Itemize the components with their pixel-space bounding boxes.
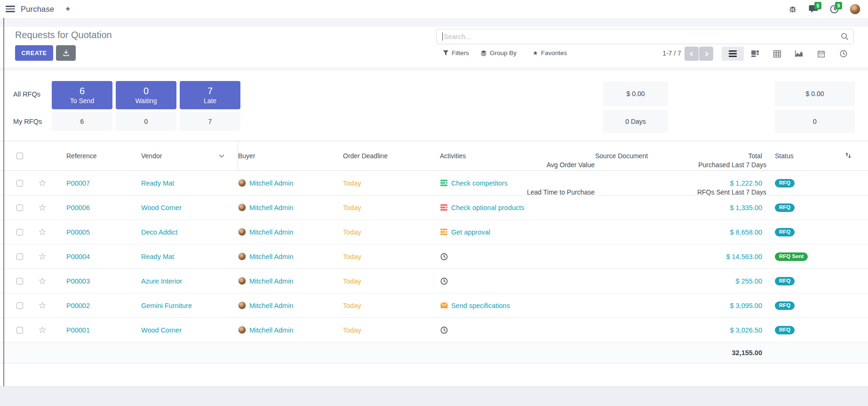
my-rfqs-label: My RFQs [13, 118, 42, 125]
rfq-reference[interactable]: P00004 [54, 253, 141, 260]
buyer-name[interactable]: Mitchell Admin [249, 302, 293, 309]
vendor-name[interactable]: Wood Corner [141, 204, 238, 211]
waiting-label: Waiting [135, 97, 157, 105]
graph-view-button[interactable] [788, 47, 810, 61]
buyer-name[interactable]: Mitchell Admin [249, 277, 293, 285]
kanban-view-button[interactable] [744, 47, 766, 61]
table-row[interactable]: ☆ P00004 Ready Mat Mitchell Admin Today … [0, 244, 868, 269]
calendar-view-button[interactable] [810, 47, 832, 61]
avg-order-value: $ 0.00 [603, 81, 668, 106]
favorite-star-icon[interactable]: ☆ [38, 178, 46, 188]
buyer-name[interactable]: Mitchell Admin [249, 228, 293, 236]
table-row[interactable]: ☆ P00006 Wood Corner Mitchell Admin Toda… [0, 195, 868, 220]
rfq-reference[interactable]: P00005 [54, 228, 141, 236]
clock-icon[interactable] [440, 277, 448, 285]
pager-next-button[interactable] [699, 47, 713, 61]
row-checkbox[interactable] [16, 253, 23, 260]
row-checkbox[interactable] [16, 229, 23, 235]
list-icon[interactable] [440, 203, 448, 211]
list-icon[interactable] [440, 228, 448, 236]
buyer-name[interactable]: Mitchell Admin [249, 253, 293, 260]
buyer-name[interactable]: Mitchell Admin [249, 204, 293, 211]
column-header-vendor[interactable]: Vendor [141, 141, 238, 171]
waiting-all-button[interactable]: 0 Waiting [116, 81, 176, 109]
pivot-view-button[interactable] [766, 47, 788, 61]
table-row[interactable]: ☆ P00005 Deco Addict Mitchell Admin Toda… [0, 220, 868, 244]
vendor-name[interactable]: Ready Mat [141, 253, 238, 260]
to-send-all-button[interactable]: 6 To Send [52, 81, 112, 109]
rfq-reference[interactable]: P00002 [54, 302, 141, 309]
apps-menu-icon[interactable] [6, 6, 15, 12]
select-all-checkbox[interactable] [16, 153, 23, 159]
rfq-reference[interactable]: P00006 [54, 204, 141, 211]
layers-icon [480, 50, 487, 57]
buyer-name[interactable]: Mitchell Admin [249, 179, 293, 187]
user-avatar[interactable] [850, 4, 860, 15]
column-header-reference[interactable]: Reference [54, 152, 141, 160]
list-icon[interactable] [440, 179, 448, 187]
row-checkbox[interactable] [16, 204, 23, 211]
export-button[interactable] [56, 45, 76, 61]
group-by-button[interactable]: Group By [480, 49, 517, 57]
table-row[interactable]: ☆ P00001 Wood Corner Mitchell Admin Toda… [0, 318, 868, 342]
row-checkbox[interactable] [16, 180, 23, 187]
favorite-star-icon[interactable]: ☆ [38, 276, 46, 286]
column-header-source-document[interactable]: Source Document [595, 152, 689, 160]
rfq-list: Reference Vendor Buyer Order Deadline Ac… [0, 141, 868, 363]
optional-columns-button[interactable] [840, 152, 868, 160]
rfq-reference[interactable]: P00007 [54, 179, 141, 187]
buyer-avatar [238, 228, 246, 236]
favorite-star-icon[interactable]: ☆ [38, 325, 46, 335]
activity-label[interactable]: Get approval [451, 228, 490, 236]
bottom-background-band [0, 386, 868, 406]
late-my-count[interactable]: 7 [180, 112, 240, 131]
row-checkbox[interactable] [16, 278, 23, 284]
column-header-total[interactable]: Total [689, 152, 762, 160]
buyer-name[interactable]: Mitchell Admin [249, 326, 293, 334]
create-button[interactable]: CREATE [15, 45, 53, 61]
row-checkbox[interactable] [16, 302, 23, 309]
rfq-reference[interactable]: P00001 [54, 326, 141, 334]
rfq-reference[interactable]: P00003 [54, 277, 141, 285]
column-header-order-deadline[interactable]: Order Deadline [343, 152, 440, 160]
total-amount: $ 14,563.00 [689, 253, 762, 260]
filters-button[interactable]: Filters [443, 49, 469, 57]
clock-icon[interactable] [440, 252, 448, 260]
activities-clock-icon[interactable]: 9 [829, 4, 839, 14]
activity-label[interactable]: Check competitors [451, 179, 508, 187]
favorite-star-icon[interactable]: ☆ [38, 300, 46, 310]
activity-label[interactable]: Send specifications [451, 302, 510, 309]
column-header-status[interactable]: Status [762, 152, 840, 160]
table-row[interactable]: ☆ P00003 Azure Interior Mitchell Admin T… [0, 269, 868, 293]
table-row[interactable]: ☆ P00002 Gemini Furniture Mitchell Admin… [0, 293, 868, 318]
activity-label[interactable]: Check optional products [451, 204, 525, 211]
column-header-buyer[interactable]: Buyer [238, 152, 343, 160]
list-view-button[interactable] [722, 47, 744, 61]
favorite-star-icon[interactable]: ☆ [38, 227, 46, 237]
vendor-name[interactable]: Deco Addict [141, 228, 238, 236]
favorite-star-icon[interactable]: ☆ [38, 252, 46, 261]
to-send-my-count[interactable]: 6 [52, 112, 112, 131]
vendor-name[interactable]: Ready Mat [141, 179, 238, 187]
clock-icon[interactable] [440, 326, 448, 334]
messages-count-badge: 5 [814, 2, 821, 9]
vendor-name[interactable]: Wood Corner [141, 326, 238, 334]
search-icon[interactable] [841, 32, 849, 41]
envelope-icon[interactable] [440, 301, 448, 309]
pager-previous-button[interactable] [685, 47, 699, 61]
favorite-star-icon[interactable]: ☆ [38, 203, 46, 212]
favorites-button[interactable]: ★ Favorites [533, 49, 567, 57]
search-input[interactable]: Search... [436, 29, 854, 44]
row-checkbox[interactable] [16, 327, 23, 333]
activity-view-button[interactable] [832, 47, 854, 61]
late-all-button[interactable]: 7 Late [180, 81, 240, 109]
add-window-icon[interactable]: + [65, 4, 70, 14]
current-app-name[interactable]: Purchase [21, 5, 54, 14]
messages-icon[interactable]: 5 [808, 4, 819, 14]
vendor-name[interactable]: Gemini Furniture [141, 302, 238, 309]
table-row[interactable]: ☆ P00007 Ready Mat Mitchell Admin Today … [0, 171, 868, 195]
column-header-activities[interactable]: Activities [440, 152, 595, 160]
debug-bug-icon[interactable] [788, 4, 798, 14]
vendor-name[interactable]: Azure Interior [141, 277, 238, 285]
waiting-my-count[interactable]: 0 [116, 112, 176, 131]
